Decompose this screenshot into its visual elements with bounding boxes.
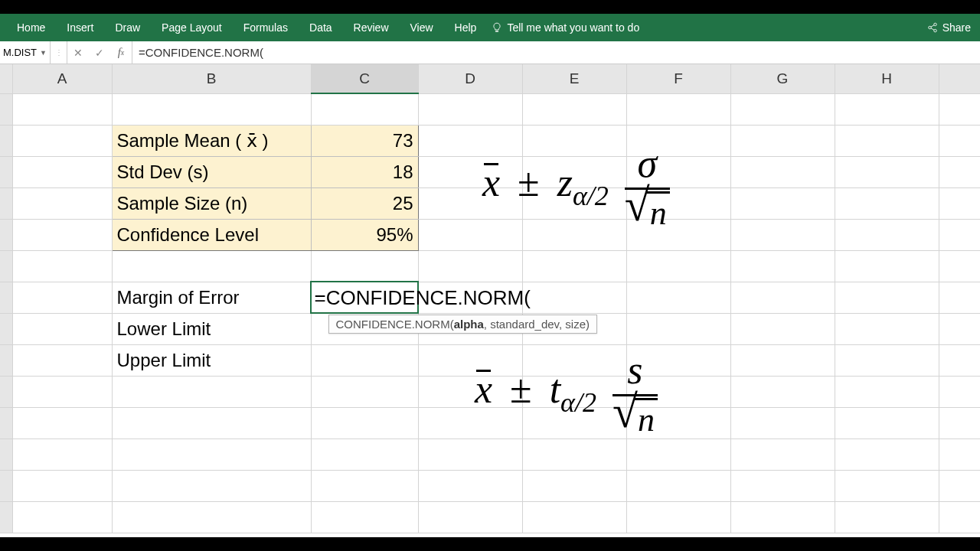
cell[interactable]	[418, 439, 522, 470]
row-header[interactable]	[0, 250, 12, 282]
cell[interactable]	[12, 407, 112, 439]
col-header-B[interactable]: B	[112, 64, 311, 93]
cell[interactable]	[626, 187, 730, 219]
cell[interactable]	[939, 93, 980, 125]
cell[interactable]	[939, 439, 980, 470]
share-button[interactable]: Share	[927, 21, 974, 34]
cell[interactable]	[626, 93, 730, 125]
cell[interactable]	[835, 407, 939, 439]
col-header-A[interactable]: A	[12, 64, 112, 93]
cell[interactable]	[522, 250, 626, 282]
cell[interactable]	[835, 313, 939, 344]
cell[interactable]	[939, 407, 980, 439]
cell[interactable]	[418, 93, 522, 125]
cell-B3[interactable]: Std Dev (s)	[112, 156, 311, 187]
cell[interactable]	[626, 250, 730, 282]
cell[interactable]	[112, 376, 311, 407]
cell[interactable]	[418, 501, 522, 533]
cell[interactable]	[522, 470, 626, 501]
cell[interactable]	[522, 282, 626, 313]
cell[interactable]	[418, 219, 522, 250]
cell[interactable]	[730, 250, 835, 282]
cell[interactable]	[112, 439, 311, 470]
cell[interactable]	[730, 156, 835, 187]
row-header[interactable]	[0, 282, 12, 313]
cell[interactable]	[522, 501, 626, 533]
cell[interactable]	[522, 376, 626, 407]
cell[interactable]	[112, 93, 311, 125]
cell[interactable]	[939, 501, 980, 533]
cell[interactable]	[939, 376, 980, 407]
cell[interactable]	[418, 470, 522, 501]
cell[interactable]	[835, 156, 939, 187]
cell[interactable]	[626, 156, 730, 187]
cell[interactable]	[730, 313, 835, 344]
col-header-C[interactable]: C	[311, 64, 418, 93]
cell[interactable]	[12, 313, 112, 344]
cell[interactable]	[418, 250, 522, 282]
cell[interactable]	[311, 501, 418, 533]
cell-B5[interactable]: Confidence Level	[112, 219, 311, 250]
tab-view[interactable]: View	[400, 14, 444, 41]
insert-function-button[interactable]: fx	[110, 46, 132, 59]
cell[interactable]	[626, 344, 730, 376]
cell[interactable]	[939, 219, 980, 250]
cell[interactable]	[626, 376, 730, 407]
row-header[interactable]	[0, 439, 12, 470]
cell[interactable]	[835, 187, 939, 219]
cell[interactable]	[12, 156, 112, 187]
cell[interactable]	[835, 250, 939, 282]
name-box-dropdown-icon[interactable]: ▼	[40, 49, 47, 57]
cell[interactable]	[730, 407, 835, 439]
cell[interactable]	[835, 439, 939, 470]
row-header[interactable]	[0, 187, 12, 219]
cell[interactable]	[112, 470, 311, 501]
cell[interactable]	[939, 313, 980, 344]
cell[interactable]	[730, 125, 835, 156]
worksheet-grid[interactable]: A B C D E F G H Sample Mean ( x̄ ) 73	[0, 64, 980, 537]
cell[interactable]	[626, 470, 730, 501]
cell[interactable]	[12, 344, 112, 376]
enter-button[interactable]: ✓	[89, 47, 110, 59]
cell-B7[interactable]: Margin of Error	[112, 282, 311, 313]
cell[interactable]	[626, 282, 730, 313]
tab-review[interactable]: Review	[343, 14, 400, 41]
cell[interactable]	[730, 282, 835, 313]
row-header[interactable]	[0, 344, 12, 376]
cell[interactable]	[311, 376, 418, 407]
cell[interactable]	[311, 470, 418, 501]
cell[interactable]	[835, 125, 939, 156]
cell-C4[interactable]: 25	[311, 187, 418, 219]
cell[interactable]	[12, 439, 112, 470]
cell[interactable]	[626, 501, 730, 533]
cell-C7-editing[interactable]: =CONFIDENCE.NORM( CONFIDENCE.NORM(alpha,…	[311, 282, 418, 313]
col-header-E[interactable]: E	[522, 64, 626, 93]
row-header[interactable]	[0, 501, 12, 533]
cell[interactable]	[626, 407, 730, 439]
cell[interactable]	[311, 344, 418, 376]
cell[interactable]	[626, 125, 730, 156]
cell[interactable]	[311, 93, 418, 125]
cell[interactable]	[112, 250, 311, 282]
row-header[interactable]	[0, 219, 12, 250]
cell-C2[interactable]: 73	[311, 125, 418, 156]
tab-data[interactable]: Data	[299, 14, 343, 41]
row-header[interactable]	[0, 125, 12, 156]
cell[interactable]	[939, 250, 980, 282]
cell[interactable]	[730, 93, 835, 125]
cell[interactable]	[730, 501, 835, 533]
row-header[interactable]	[0, 93, 12, 125]
cell[interactable]	[112, 407, 311, 439]
cell[interactable]	[626, 439, 730, 470]
col-header-G[interactable]: G	[730, 64, 835, 93]
cell[interactable]	[835, 282, 939, 313]
cell[interactable]	[418, 187, 522, 219]
cell[interactable]	[12, 501, 112, 533]
cell-B8[interactable]: Lower Limit	[112, 313, 311, 344]
tab-help[interactable]: Help	[444, 14, 488, 41]
cell[interactable]	[835, 344, 939, 376]
cell[interactable]	[835, 93, 939, 125]
cell-B2[interactable]: Sample Mean ( x̄ )	[112, 125, 311, 156]
cell[interactable]	[522, 439, 626, 470]
cell-B9[interactable]: Upper Limit	[112, 344, 311, 376]
